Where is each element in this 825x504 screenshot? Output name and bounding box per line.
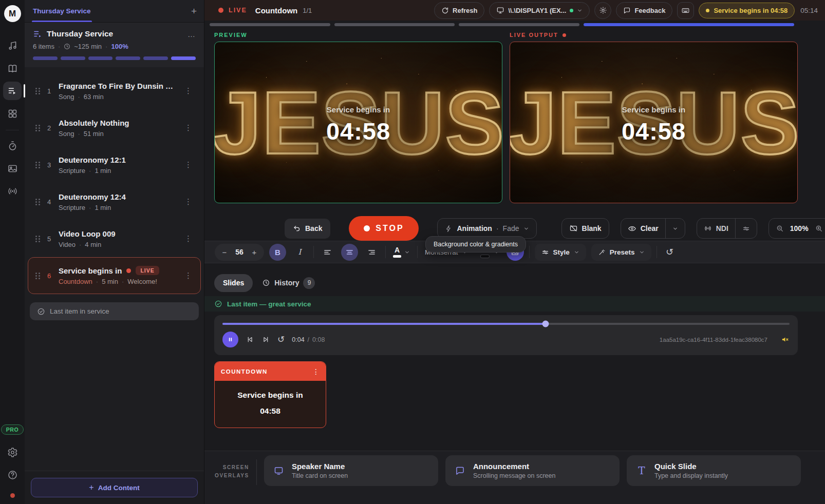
next-button[interactable] — [261, 335, 270, 344]
mute-icon[interactable] — [781, 335, 790, 344]
playlist-item-3[interactable]: 3 Deuteronomy 12:1 Scripture·1 min ⋮ — [28, 146, 201, 183]
drag-handle-icon[interactable] — [35, 236, 40, 242]
display-selector[interactable]: \\.\DISPLAY1 (EX... — [489, 2, 590, 19]
pause-button[interactable] — [222, 332, 238, 347]
back-button[interactable]: Back — [285, 219, 330, 239]
playlist-icon[interactable] — [3, 82, 22, 100]
chevron-down-icon — [577, 8, 583, 13]
text-color-button[interactable]: A — [391, 246, 412, 258]
item-meta: Song·63 min — [59, 93, 180, 101]
item-menu-icon[interactable]: ⋮ — [180, 269, 196, 282]
speaker-name-overlay-card[interactable]: Speaker Name Title card on screen — [264, 455, 438, 486]
playlist-item-5[interactable]: 5 Video Loop 009 Video·4 min ⋮ — [28, 220, 201, 257]
item-title: Video Loop 009 — [59, 229, 180, 238]
loop-icon[interactable]: ↺ — [277, 334, 285, 345]
drag-handle-icon[interactable] — [35, 162, 40, 168]
slide-menu-icon[interactable]: ⋮ — [312, 367, 320, 376]
bible-book-icon[interactable] — [3, 59, 22, 77]
add-playlist-tab-button[interactable]: + — [191, 6, 197, 16]
segment[interactable] — [210, 23, 330, 26]
drag-handle-icon[interactable] — [35, 125, 40, 131]
segment[interactable] — [459, 23, 579, 26]
tab-thursday-service[interactable]: Thursday Service — [32, 0, 92, 22]
reset-style-icon[interactable]: ↺ — [662, 246, 678, 258]
countdown-slide-card[interactable]: COUNTDOWN ⋮ Service begins in 04:58 — [214, 361, 326, 428]
clear-options-chevron[interactable] — [665, 219, 685, 238]
font-size-stepper: − 56 + — [215, 244, 264, 261]
playlist-more-button[interactable]: … — [188, 30, 196, 38]
stop-button[interactable]: STOP — [349, 216, 419, 241]
screen-overlays-label: SCREEN OVERLAYS — [215, 463, 249, 480]
ndi-button[interactable]: NDI — [697, 218, 757, 239]
drag-handle-icon[interactable] — [35, 199, 40, 205]
pro-badge: PRO — [1, 424, 24, 435]
divider — [313, 246, 314, 258]
item-number: 4 — [47, 198, 59, 206]
zoom-in-button[interactable] — [815, 224, 823, 232]
slide-countdown: 04:58 — [622, 117, 686, 145]
blank-button[interactable]: Blank — [561, 218, 609, 239]
media-image-icon[interactable] — [3, 159, 22, 178]
font-size-decrease-button[interactable]: − — [218, 248, 231, 257]
add-content-button[interactable]: + Add Content — [31, 478, 198, 497]
live-topbar: LIVE Countdown 1/1 Refresh \\.\DISPLAY1 … — [204, 0, 825, 21]
playlist-item-1[interactable]: 1 Fragrance To Fire By Dunsin … Song·63 … — [28, 72, 201, 109]
item-menu-icon[interactable]: ⋮ — [180, 232, 196, 245]
settings-gear-icon[interactable] — [3, 443, 22, 461]
check-circle-icon — [37, 307, 45, 316]
item-menu-icon[interactable]: ⋮ — [180, 84, 196, 98]
refresh-button[interactable]: Refresh — [434, 2, 484, 19]
playlist-type-icon — [33, 29, 42, 38]
back-arrow-icon — [293, 224, 301, 232]
segment[interactable] — [334, 23, 455, 26]
italic-button[interactable]: I — [291, 244, 308, 261]
preview-screen: JESUS Service begins in 04:58 — [214, 42, 502, 203]
playlist-items: 1 Fragrance To Fire By Dunsin … Song·63 … — [25, 67, 204, 294]
align-center-icon[interactable] — [341, 244, 358, 261]
bold-button[interactable]: B — [269, 244, 286, 261]
timer-icon[interactable] — [3, 137, 22, 155]
playback-time: 0:04/0:08 — [292, 336, 325, 343]
clock-icon — [64, 43, 70, 50]
songs-music-icon[interactable] — [3, 36, 22, 55]
clear-button[interactable]: Clear — [621, 218, 685, 239]
drag-handle-icon[interactable] — [35, 273, 40, 279]
item-menu-icon[interactable]: ⋮ — [180, 158, 196, 171]
chevron-down-icon — [639, 249, 645, 255]
theme-sun-icon[interactable] — [594, 2, 611, 19]
monitor-icon — [496, 6, 504, 14]
apps-grid-icon[interactable] — [3, 104, 22, 123]
slide-text: Service begins in — [327, 105, 390, 114]
broadcast-icon[interactable] — [3, 182, 22, 200]
live-output-screen: JESUS Service begins in 04:58 — [510, 42, 798, 203]
ndi-settings-icon[interactable] — [735, 219, 757, 238]
announcement-overlay-card[interactable]: Announcement Scrolling message on screen — [445, 455, 620, 486]
align-left-icon[interactable] — [319, 244, 336, 261]
seek-bar-thumb[interactable] — [542, 321, 549, 327]
previous-button[interactable] — [246, 335, 254, 344]
segment-active[interactable] — [584, 23, 794, 26]
playlist-item-6-live[interactable]: 6 Service begins in LIVE Countdown·5 min… — [28, 257, 201, 294]
drag-handle-icon[interactable] — [35, 88, 40, 94]
item-menu-icon[interactable]: ⋮ — [180, 121, 196, 134]
zoom-out-button[interactable] — [776, 224, 784, 232]
animation-dropdown[interactable]: Animation · Fade — [437, 218, 536, 239]
playlist-item-4[interactable]: 4 Deuteronomy 12:4 Scripture·1 min ⋮ — [28, 183, 201, 220]
help-icon[interactable] — [3, 466, 22, 484]
align-right-icon[interactable] — [363, 244, 380, 261]
live-item-title: Countdown — [255, 6, 297, 15]
font-size-increase-button[interactable]: + — [248, 248, 261, 257]
app-window: M PRO T — [0, 0, 825, 504]
seek-bar[interactable] — [222, 323, 790, 325]
slide-segment-bar[interactable] — [210, 23, 794, 26]
tab-history[interactable]: History 9 — [262, 277, 315, 289]
countdown-status-pill[interactable]: Service begins in 04:58 — [699, 3, 795, 18]
feedback-button[interactable]: Feedback — [616, 2, 672, 19]
tab-slides[interactable]: Slides — [214, 274, 253, 292]
quick-slide-overlay-card[interactable]: T Quick Slide Type and display instantly — [627, 455, 801, 486]
presets-dropdown[interactable]: Presets — [591, 244, 651, 261]
playlist-item-2[interactable]: 2 Absolutely Nothing Song·51 min ⋮ — [28, 109, 201, 146]
item-menu-icon[interactable]: ⋮ — [180, 195, 196, 208]
keyboard-shortcuts-icon[interactable] — [677, 2, 694, 19]
style-dropdown[interactable]: Style — [535, 244, 586, 261]
